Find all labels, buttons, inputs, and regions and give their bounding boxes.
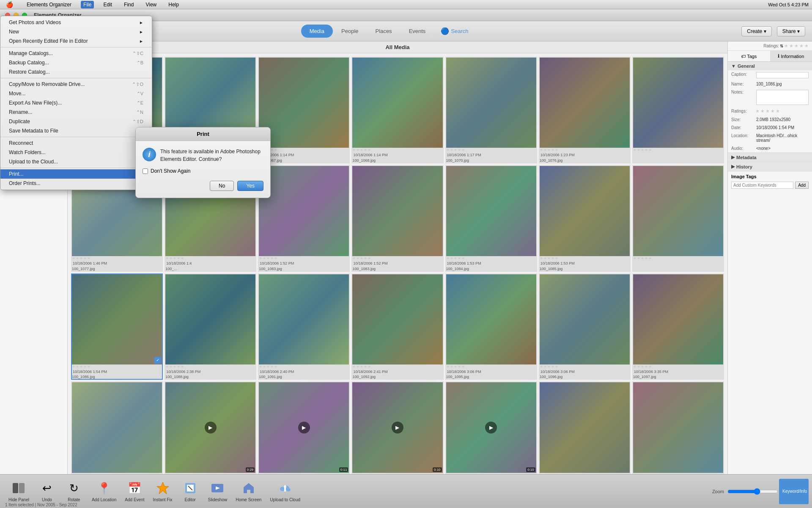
table-row[interactable]: ★★★★★ 10/18/2006 1:52 PM 100_1083.jpg xyxy=(258,165,350,272)
hide-panel-tool[interactable]: Hide Panel xyxy=(5,479,33,504)
app-menu[interactable]: Elements Organizer xyxy=(24,1,74,8)
table-row[interactable]: ★★★★★ 10/18/2006 1:17 PM 100_1070.jpg xyxy=(445,57,537,163)
table-row[interactable]: ▶ 0:10 ★★★★★ 10/18/2006 6:45 PM 100_1100… xyxy=(351,381,443,474)
menu-item-watch-folders[interactable]: Watch Folders... xyxy=(0,148,152,157)
table-row[interactable]: ★★★★★ 10/18/2006 1:14 PM 100_1068.jpg xyxy=(351,57,443,163)
create-button[interactable]: Create ▾ xyxy=(741,26,771,36)
menu-item-print[interactable]: Print... ⌘P xyxy=(0,169,152,179)
submenu-arrow-icon: ► xyxy=(139,39,143,44)
table-row[interactable]: ★★★★★ 10/18/2006 3:35 PM 100_1097.jpg xyxy=(632,273,724,380)
menu-item-get-photos[interactable]: Get Photos and Videos ► xyxy=(0,18,152,27)
video-duration: 0:11 xyxy=(339,467,348,472)
add-tag-button[interactable]: Add xyxy=(795,182,809,189)
star-5[interactable]: ★ xyxy=(804,43,809,49)
rotate-tool[interactable]: ↻ Rotate xyxy=(61,479,87,504)
help-menu-item[interactable]: Help xyxy=(166,1,181,8)
file-menu-item[interactable]: File xyxy=(81,1,94,8)
add-location-tool[interactable]: 📍 Add Location xyxy=(88,479,120,504)
star-4[interactable]: ★ xyxy=(799,43,804,49)
instant-fix-tool[interactable]: Instant Fix xyxy=(149,479,176,504)
all-media-label: All Media xyxy=(385,44,409,50)
rating-star-3[interactable]: ★ xyxy=(765,108,770,114)
menu-item-copy-move[interactable]: Copy/Move to Removable Drive... ⌃⇧O xyxy=(0,80,152,89)
notes-input[interactable] xyxy=(756,90,809,105)
table-row[interactable]: ★★★★★ 11/1/2005 10:26 AM 100_0900.jpg xyxy=(632,381,724,474)
editor-icon xyxy=(183,480,198,496)
view-menu-item[interactable]: View xyxy=(143,1,159,8)
general-section-header[interactable]: ▼ General xyxy=(728,62,812,70)
table-row[interactable]: ★★★★★ 10/18/2006 3:06 PM 100_1095.jpg xyxy=(445,273,537,380)
star-3[interactable]: ★ xyxy=(794,43,798,49)
table-row[interactable]: ★★★★★ 10/18/2006 2:40 PM 100_1091.jpg xyxy=(258,273,350,380)
table-row[interactable]: ★★★★★ 10/18/2006 2:41 PM 100_1092.jpg xyxy=(351,273,443,380)
menu-item-save-metadata[interactable]: Save Metadata to File ⌃W xyxy=(0,126,152,135)
menu-item-label: Restore Catalog... xyxy=(9,69,50,75)
menu-item-open-recent[interactable]: Open Recently Edited File in Editor ► xyxy=(0,36,152,46)
menu-item-new[interactable]: New ► xyxy=(0,27,152,36)
expand-icon: ▶ xyxy=(731,155,735,160)
menu-item-duplicate[interactable]: Duplicate ⌃⇧D xyxy=(0,117,152,126)
menu-item-reconnect[interactable]: Reconnect ► xyxy=(0,138,152,148)
apple-menu[interactable]: 🍎 xyxy=(3,0,16,9)
tab-events[interactable]: Events xyxy=(401,25,434,38)
table-row[interactable]: ★★★★★ 10/18/2006 1:52 PM 100_1083.jpg xyxy=(351,165,443,272)
rating-star-1[interactable]: ★ xyxy=(755,108,760,114)
menu-item-backup-catalog[interactable]: Backup Catalog... ⌃B xyxy=(0,58,152,67)
table-row[interactable]: ★★★★★ 10/18/2006 2:38 PM 100_1088.jpg xyxy=(165,273,256,380)
editor-label: Editor xyxy=(185,497,196,502)
table-row[interactable]: ★★★★★ 10/18/2006 1:23 PM 100_1076.jpg xyxy=(539,57,631,163)
menu-item-upload-cloud[interactable]: Upload to the Cloud... xyxy=(0,157,152,166)
menu-item-move[interactable]: Move... ⌃V xyxy=(0,89,152,98)
table-row[interactable]: ✓ ★★★★★ 10/18/2006 1:54 PM 100_1086.jpg xyxy=(71,273,163,380)
home-screen-tool[interactable]: Home Screen xyxy=(232,479,265,504)
metadata-section-header[interactable]: ▶ Metadata xyxy=(728,153,812,162)
table-row[interactable]: ▶ 0:29 ★★★★★ 10/18/2006 6:43 PM 100_1081… xyxy=(165,381,256,474)
keyword-info-button[interactable]: Keyword/Info xyxy=(779,479,809,504)
menu-item-restore-catalog[interactable]: Restore Catalog... xyxy=(0,67,152,77)
slideshow-tool[interactable]: Slideshow xyxy=(205,479,231,504)
photo-date: 10/18/2006 1:46 PM xyxy=(72,260,162,267)
photo-thumbnail xyxy=(540,58,630,148)
undo-tool[interactable]: ↩ Undo xyxy=(34,479,60,504)
find-menu-item[interactable]: Find xyxy=(121,1,136,8)
tab-media[interactable]: Media xyxy=(301,25,333,38)
table-row[interactable]: ★★★★★ xyxy=(632,165,724,272)
star-1[interactable]: ★ xyxy=(784,43,788,49)
menu-item-export[interactable]: Export As New File(s)... ⌃E xyxy=(0,98,152,108)
menu-item-manage-catalogs[interactable]: Manage Catalogs... ⌃⇧C xyxy=(0,49,152,58)
table-row[interactable]: ★★★★★ 10/18/2006 3:06 PM 100_1096.jpg xyxy=(539,273,631,380)
share-button[interactable]: Share ▾ xyxy=(777,26,805,36)
photo-stars: ★★★★★ xyxy=(352,148,442,152)
table-row[interactable]: ★★★★★ 11/1/2005 10:25 AM 100_0899.jpg xyxy=(539,381,631,474)
zoom-slider[interactable] xyxy=(727,488,778,495)
add-event-tool[interactable]: 📅 Add Event xyxy=(121,479,148,504)
table-row[interactable]: ★★★★★ 10/18/2006 3:36 PM 100_1099.jpg xyxy=(71,381,163,474)
tab-tags[interactable]: 🏷 Tags xyxy=(728,51,770,61)
table-row[interactable]: ★★★★★ 10/18/2006 1:14 PM 100_1067.jpg xyxy=(258,57,350,163)
instant-fix-icon xyxy=(155,480,170,496)
tab-places[interactable]: Places xyxy=(367,25,401,38)
rating-star-2[interactable]: ★ xyxy=(760,108,765,114)
tab-people[interactable]: People xyxy=(333,25,367,38)
upload-cloud-tool[interactable]: Upload to Cloud xyxy=(266,479,304,504)
table-row[interactable]: ★★★★★ 10/18/2006 1:53 PM 100_1085.jpg xyxy=(539,165,631,272)
editor-tool[interactable]: Editor xyxy=(178,479,203,504)
dont-show-again-checkbox[interactable] xyxy=(143,168,148,174)
table-row[interactable]: ▶ 0:11 ★★★★★ 10/18/2006 6:45 PM 100_1098… xyxy=(258,381,350,474)
rating-star-5[interactable]: ★ xyxy=(776,108,780,114)
rating-star-4[interactable]: ★ xyxy=(771,108,775,114)
table-row[interactable]: ★★★★★ 10/18/2006 1:53 PM 100_1084.jpg xyxy=(445,165,537,272)
tab-info[interactable]: ℹ Information xyxy=(770,51,812,61)
tab-search[interactable]: 🔵 Search xyxy=(434,24,475,39)
table-row[interactable]: ▶ 0:10 ★★★★★ 9/5/2006 1:25 PM 100_0915.m… xyxy=(445,381,537,474)
edit-menu-item[interactable]: Edit xyxy=(101,1,115,8)
no-button[interactable]: No xyxy=(210,181,234,191)
table-row[interactable]: ★★★★★ xyxy=(632,57,724,163)
menu-item-order-prints[interactable]: Order Prints... ► xyxy=(0,179,152,188)
caption-input[interactable] xyxy=(756,72,809,78)
star-2[interactable]: ★ xyxy=(789,43,793,49)
add-custom-keywords-input[interactable] xyxy=(731,182,793,189)
yes-button[interactable]: Yes xyxy=(237,181,263,191)
history-section-header[interactable]: ▶ History xyxy=(728,162,812,171)
menu-item-rename[interactable]: Rename... ⌃N xyxy=(0,108,152,117)
